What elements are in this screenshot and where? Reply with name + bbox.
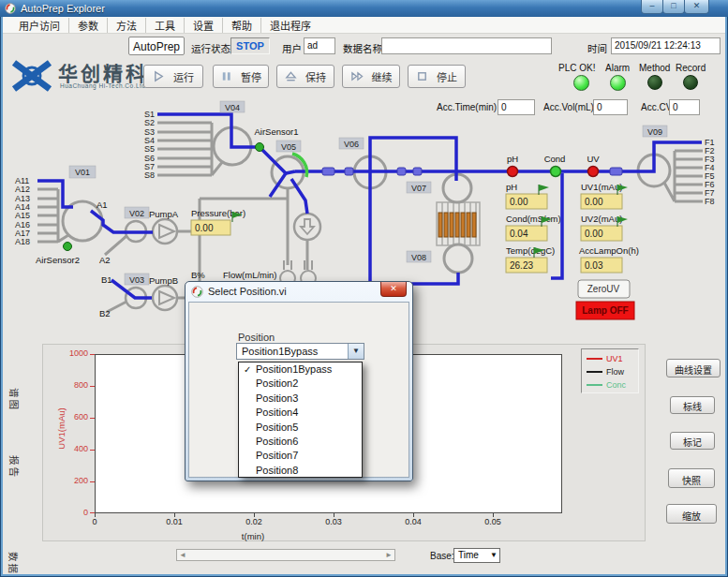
x-tick: 0	[81, 517, 109, 526]
scroll-left-icon[interactable]: ◄	[179, 551, 186, 559]
flag-icon	[539, 185, 549, 195]
marker-line-button[interactable]: 标线	[670, 396, 715, 414]
flag-icon	[617, 216, 628, 227]
menu-method[interactable]: 方法	[108, 18, 146, 33]
pressure-value: 0.00	[195, 223, 214, 233]
side-tab-chromatogram[interactable]: 谱图	[7, 388, 22, 411]
method-indicator-label: Method	[639, 63, 670, 73]
option-position1bypass[interactable]: ✓ Position1Bypass	[239, 362, 362, 377]
play-icon	[153, 70, 165, 82]
dialog-titlebar[interactable]: Select Position.vi	[186, 282, 412, 301]
position-label: Position	[238, 332, 275, 343]
v02-label: V02	[129, 209, 144, 218]
valve-v08[interactable]	[444, 244, 472, 273]
scroll-right-icon[interactable]: ►	[385, 551, 393, 559]
cond-inline-label: Cond	[544, 154, 566, 164]
y-tick: 400	[64, 444, 88, 453]
v04-label: V04	[225, 103, 240, 112]
option-position3[interactable]: Position3	[239, 392, 362, 406]
run-state-label: 运行状态	[191, 41, 230, 55]
time-input[interactable]: 2015/09/21 12:24:13	[611, 37, 721, 54]
uv1-value: 0.00	[585, 197, 603, 207]
zoom-button[interactable]: 缩放	[666, 504, 717, 524]
ph-value: 0.00	[510, 197, 528, 207]
check-icon: ✓	[244, 362, 251, 377]
valve-chips: V01 V02 V03 V04 V05 V06 V07 V08 V09	[69, 101, 667, 285]
a1-label: A1	[97, 200, 108, 210]
curve-settings-button[interactable]: 曲线设置	[666, 359, 721, 377]
resume-button[interactable]: 继续	[342, 65, 400, 88]
autoprep-button[interactable]: AutoPrep	[128, 37, 185, 55]
run-button[interactable]: 运行	[143, 65, 203, 88]
menu-exit[interactable]: 退出程序	[261, 18, 319, 33]
combo-dropdown-icon[interactable]: ▼	[348, 344, 364, 359]
dataname-input[interactable]	[381, 37, 552, 54]
option-position7[interactable]: Position7	[239, 449, 362, 463]
window-title: AutoPrep Explorer	[21, 0, 105, 17]
column-packing	[438, 213, 476, 237]
dataname-label: 数据名称	[343, 41, 382, 55]
v06-label: V06	[344, 140, 359, 149]
menu-settings[interactable]: 设置	[185, 18, 223, 33]
vi-icon	[191, 286, 203, 298]
user-input[interactable]: ad	[304, 37, 335, 54]
uv-inline-label: UV	[587, 154, 600, 164]
uv-sensor-dot	[588, 167, 599, 177]
pause-icon	[220, 70, 232, 82]
option-position2[interactable]: Position2	[239, 377, 362, 391]
stop-button-label: 停止	[437, 69, 457, 84]
run-button-label: 运行	[173, 69, 194, 84]
close-icon[interactable]: ✕	[684, 0, 709, 14]
dialog-close-icon[interactable]: ✕	[380, 282, 407, 297]
menu-tools[interactable]: 工具	[146, 18, 185, 33]
menubar: 用户访问 参数 方法 工具 设置 帮助 退出程序	[3, 17, 725, 34]
flag-icon	[617, 185, 628, 195]
b-percent-label: B%	[191, 270, 205, 280]
zero-uv-button[interactable]: ZeroUV	[578, 280, 630, 298]
menu-help[interactable]: 帮助	[223, 18, 261, 33]
pump-b-label: PumpB	[149, 275, 178, 286]
option-label: Position3	[256, 392, 298, 404]
y-tick: 800	[64, 380, 88, 390]
option-label: Position4	[256, 407, 298, 418]
pause-button[interactable]: 暂停	[213, 65, 269, 88]
mark-button[interactable]: 标记	[670, 432, 715, 450]
horizontal-scrollbar[interactable]: ◄ ►	[176, 549, 395, 561]
menu-user-access[interactable]: 用户访问	[10, 18, 69, 33]
option-position4[interactable]: Position4	[239, 406, 362, 420]
base-dropdown[interactable]: Time ▼	[453, 548, 500, 563]
hold-icon	[285, 70, 297, 82]
pause-button-label: 暂停	[241, 69, 261, 84]
v08-label: V08	[411, 253, 426, 262]
option-position5[interactable]: Position5	[239, 421, 362, 435]
port-s8: S8	[144, 170, 155, 180]
plc-led	[573, 75, 589, 91]
temp-label: Temp(degC)	[506, 245, 555, 256]
option-position6[interactable]: Position6	[239, 435, 362, 449]
zero-uv-label: ZeroUV	[587, 284, 620, 294]
select-position-dialog: Select Position.vi ✕ Position Position1B…	[185, 281, 413, 481]
menu-parameters[interactable]: 参数	[69, 18, 108, 33]
side-tab-report[interactable]: 报告	[7, 455, 22, 479]
snapshot-button[interactable]: 快照	[668, 468, 715, 488]
side-tab-data[interactable]: 数据	[7, 552, 21, 575]
option-label: Position8	[256, 465, 298, 476]
option-position8[interactable]: Position8	[239, 464, 362, 478]
minimize-icon[interactable]: –	[641, 0, 663, 14]
lamp-off-button[interactable]: Lamp OFF	[576, 302, 634, 319]
position-combobox[interactable]: Position1Bypass ▼	[236, 343, 364, 360]
cond-sensor-dot	[551, 167, 561, 177]
app-window: AutoPrep Explorer – □ ✕ 用户访问 参数 方法 工具 设置…	[0, 0, 728, 577]
y-tick: 600	[64, 412, 88, 422]
port-s2: S2	[144, 118, 155, 127]
stop-icon	[416, 70, 428, 82]
record-indicator-label: Record	[676, 63, 706, 73]
stop-button[interactable]: 停止	[408, 65, 466, 88]
ph-label: pH	[506, 182, 517, 192]
b2-label: B2	[99, 308, 111, 318]
maximize-icon[interactable]: □	[662, 0, 685, 14]
conc-line-swatch	[587, 384, 602, 386]
legend-item-flow: Flow	[587, 365, 638, 378]
hold-button[interactable]: 保持	[276, 65, 334, 88]
mixer[interactable]	[294, 214, 320, 240]
